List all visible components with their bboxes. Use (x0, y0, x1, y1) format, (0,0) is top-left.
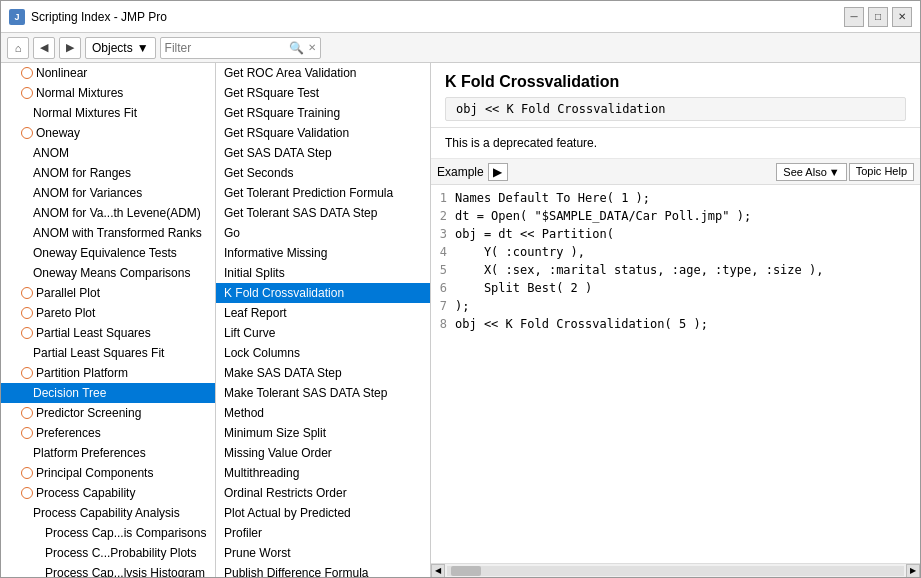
line-number: 4 (431, 243, 455, 261)
scroll-thumb[interactable] (451, 566, 481, 576)
line-content: Split Best( 2 ) (455, 279, 920, 297)
middle-panel-item-get-roc-area[interactable]: Get ROC Area Validation (216, 63, 430, 83)
home-button[interactable]: ⌂ (7, 37, 29, 59)
item-label: Normal Mixtures (36, 85, 123, 101)
back-button[interactable]: ◀ (33, 37, 55, 59)
left-panel-item-parallel-plot[interactable]: Parallel Plot (1, 283, 215, 303)
line-number: 2 (431, 207, 455, 225)
middle-panel-item-get-rsquare-validation[interactable]: Get RSquare Validation (216, 123, 430, 143)
middle-panel-item-get-tolerant-sas[interactable]: Get Tolerant SAS DATA Step (216, 203, 430, 223)
left-panel-item-principal-components[interactable]: Principal Components (1, 463, 215, 483)
middle-panel-item-plot-actual[interactable]: Plot Actual by Predicted (216, 503, 430, 523)
line-number: 7 (431, 297, 455, 315)
left-panel-item-process-cap-analysis[interactable]: Process Capability Analysis (1, 503, 215, 523)
middle-panel-item-publish-diff-formula[interactable]: Publish Difference Formula (216, 563, 430, 577)
middle-panel-item-lock-columns[interactable]: Lock Columns (216, 343, 430, 363)
category-icon (21, 307, 33, 319)
item-label: Preferences (36, 425, 101, 441)
example-right: See Also ▼ Topic Help (776, 163, 914, 181)
forward-button[interactable]: ▶ (59, 37, 81, 59)
left-panel-item-normal-mixtures[interactable]: Normal Mixtures (1, 83, 215, 103)
middle-panel-item-method[interactable]: Method (216, 403, 430, 423)
left-panel-item-anom[interactable]: ANOM (1, 143, 215, 163)
item-label: Publish Difference Formula (224, 566, 369, 577)
item-label: Process Capability (36, 485, 135, 501)
middle-panel-item-make-sas-data[interactable]: Make SAS DATA Step (216, 363, 430, 383)
close-button[interactable]: ✕ (892, 7, 912, 27)
left-panel-item-nonlinear[interactable]: Nonlinear (1, 63, 215, 83)
item-label: Get Tolerant Prediction Formula (224, 186, 393, 200)
left-panel-item-process-cap-histogram[interactable]: Process Cap...lysis Histogram (1, 563, 215, 577)
run-example-button[interactable]: ▶ (488, 163, 508, 181)
app-icon: J (9, 9, 25, 25)
item-label: Make Tolerant SAS DATA Step (224, 386, 387, 400)
middle-panel-item-go[interactable]: Go (216, 223, 430, 243)
middle-panel-item-leaf-report[interactable]: Leaf Report (216, 303, 430, 323)
maximize-button[interactable]: □ (868, 7, 888, 27)
scroll-left-icon[interactable]: ◀ (431, 564, 445, 578)
left-panel-item-partial-ls-fit[interactable]: Partial Least Squares Fit (1, 343, 215, 363)
middle-panel-item-get-rsquare-training[interactable]: Get RSquare Training (216, 103, 430, 123)
left-panel-item-normal-mixtures-fit[interactable]: Normal Mixtures Fit (1, 103, 215, 123)
minimize-button[interactable]: ─ (844, 7, 864, 27)
left-panel-item-process-capability[interactable]: Process Capability (1, 483, 215, 503)
middle-panel-item-profiler[interactable]: Profiler (216, 523, 430, 543)
middle-panel-item-lift-curve[interactable]: Lift Curve (216, 323, 430, 343)
line-number: 8 (431, 315, 455, 333)
left-panel-item-process-cap-comparisons[interactable]: Process Cap...is Comparisons (1, 523, 215, 543)
middle-panel-item-make-tolerant-sas[interactable]: Make Tolerant SAS DATA Step (216, 383, 430, 403)
middle-panel-item-ordinal-restricts[interactable]: Ordinal Restricts Order (216, 483, 430, 503)
left-panel-item-oneway-equiv[interactable]: Oneway Equivalence Tests (1, 243, 215, 263)
line-number: 5 (431, 261, 455, 279)
topic-help-button[interactable]: Topic Help (849, 163, 914, 181)
item-label: ANOM for Variances (33, 185, 142, 201)
see-also-button[interactable]: See Also ▼ (776, 163, 846, 181)
left-panel-item-platform-preferences[interactable]: Platform Preferences (1, 443, 215, 463)
item-label: Profiler (224, 526, 262, 540)
left-panel-item-oneway[interactable]: Oneway (1, 123, 215, 143)
filter-clear-icon[interactable]: ✕ (308, 42, 316, 53)
category-icon (21, 487, 33, 499)
filter-input[interactable] (165, 41, 285, 55)
middle-panel-item-informative-missing[interactable]: Informative Missing (216, 243, 430, 263)
objects-dropdown[interactable]: Objects ▼ (85, 37, 156, 59)
left-panel-item-oneway-means[interactable]: Oneway Means Comparisons (1, 263, 215, 283)
middle-panel-item-get-sas-data-step[interactable]: Get SAS DATA Step (216, 143, 430, 163)
left-panel-item-anom-transformed[interactable]: ANOM with Transformed Ranks (1, 223, 215, 243)
middle-panel-item-multithreading[interactable]: Multithreading (216, 463, 430, 483)
left-panel-item-decision-tree[interactable]: Decision Tree (1, 383, 215, 403)
left-panel-item-anom-variances[interactable]: ANOM for Variances (1, 183, 215, 203)
left-panel-item-predictor-screening[interactable]: Predictor Screening (1, 403, 215, 423)
line-content: obj << K Fold Crossvalidation( 5 ); (455, 315, 920, 333)
middle-panel-item-get-seconds[interactable]: Get Seconds (216, 163, 430, 183)
middle-panel-item-initial-splits[interactable]: Initial Splits (216, 263, 430, 283)
left-panel-item-preferences[interactable]: Preferences (1, 423, 215, 443)
dropdown-arrow-icon: ▼ (137, 41, 149, 55)
category-icon (21, 327, 33, 339)
code-area: 1Names Default To Here( 1 );2dt = Open( … (431, 185, 920, 563)
code-line: 5 X( :sex, :marital status, :age, :type,… (431, 261, 920, 279)
left-panel-item-anom-ranges[interactable]: ANOM for Ranges (1, 163, 215, 183)
horizontal-scrollbar[interactable]: ◀ ▶ (431, 563, 920, 577)
left-panel-item-anom-va-levene[interactable]: ANOM for Va...th Levene(ADM) (1, 203, 215, 223)
item-label: Oneway (36, 125, 80, 141)
middle-panel-item-missing-value-order[interactable]: Missing Value Order (216, 443, 430, 463)
scroll-track[interactable] (447, 566, 904, 576)
right-header: K Fold Crossvalidation obj << K Fold Cro… (431, 63, 920, 128)
middle-panel-item-prune-worst[interactable]: Prune Worst (216, 543, 430, 563)
middle-panel-item-get-rsquare-test[interactable]: Get RSquare Test (216, 83, 430, 103)
left-panel-item-partition-platform[interactable]: Partition Platform (1, 363, 215, 383)
middle-panel-item-minimum-size-split[interactable]: Minimum Size Split (216, 423, 430, 443)
code-line: 7); (431, 297, 920, 315)
code-line: 4 Y( :country ), (431, 243, 920, 261)
left-panel-item-partial-ls[interactable]: Partial Least Squares (1, 323, 215, 343)
example-label: Example (437, 165, 484, 179)
item-label: Oneway Equivalence Tests (33, 245, 177, 261)
item-label: Initial Splits (224, 266, 285, 280)
left-panel-item-process-c-prob-plots[interactable]: Process C...Probability Plots (1, 543, 215, 563)
middle-panel-item-get-tolerant-pred[interactable]: Get Tolerant Prediction Formula (216, 183, 430, 203)
left-panel-item-pareto-plot[interactable]: Pareto Plot (1, 303, 215, 323)
middle-panel-item-k-fold-crossval[interactable]: K Fold Crossvalidation (216, 283, 430, 303)
item-label: Get RSquare Training (224, 106, 340, 120)
scroll-right-icon[interactable]: ▶ (906, 564, 920, 578)
